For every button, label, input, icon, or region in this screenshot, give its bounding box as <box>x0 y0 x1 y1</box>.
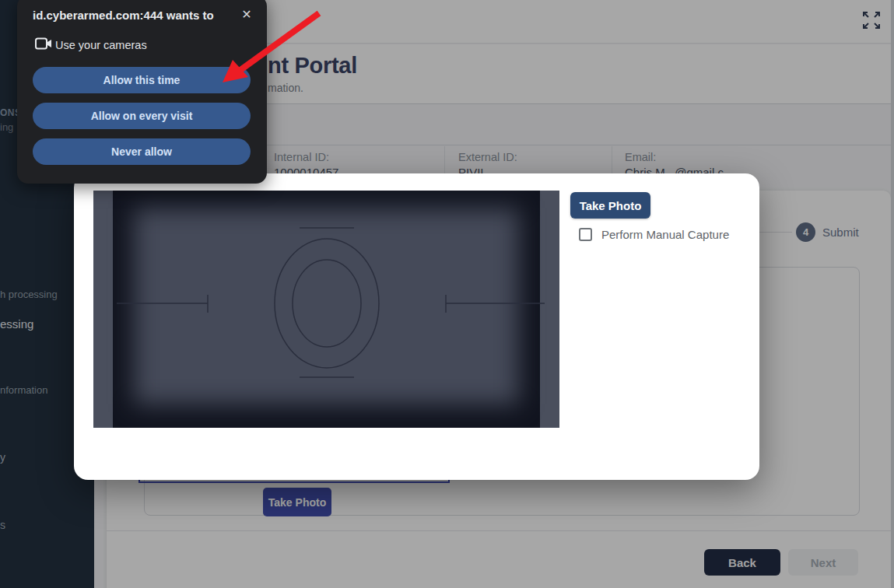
allow-this-time-button[interactable]: Allow this time <box>33 67 251 93</box>
allow-every-visit-button[interactable]: Allow on every visit <box>33 103 251 129</box>
close-icon[interactable]: ✕ <box>238 5 255 23</box>
screen: ONS ing h processing essing nformation y… <box>0 0 894 588</box>
permission-text: Use your cameras <box>55 39 147 51</box>
videocam-icon <box>35 37 52 53</box>
permission-prompt-title: id.cyberarmed.com:444 wants to <box>33 9 214 22</box>
never-allow-button[interactable]: Never allow <box>33 138 251 165</box>
manual-capture-checkbox[interactable] <box>579 228 592 241</box>
camera-viewfinder <box>93 191 559 428</box>
take-photo-button[interactable]: Take Photo <box>570 192 650 219</box>
camera-capture-modal: Take Photo Perform Manual Capture <box>74 173 759 480</box>
manual-capture-label: Perform Manual Capture <box>601 228 729 241</box>
face-alignment-guides <box>93 191 559 428</box>
camera-permission-prompt: id.cyberarmed.com:444 wants to ✕ Use you… <box>17 0 267 184</box>
